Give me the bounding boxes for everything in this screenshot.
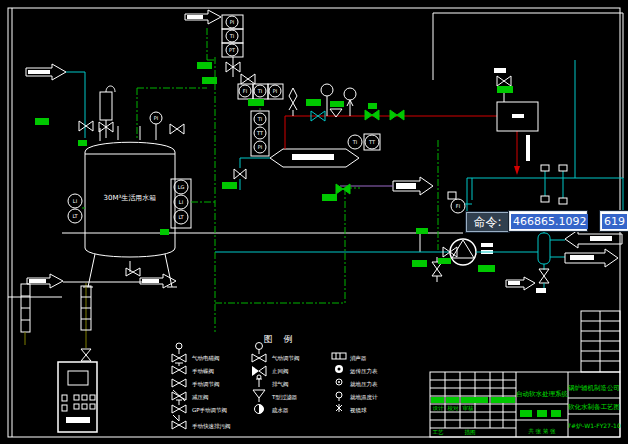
instrument-stack-top: PI TI PT <box>222 15 255 84</box>
legend-item: 手动快速排污阀 <box>192 423 231 430</box>
legend-item: GP手动调节阀 <box>192 407 227 414</box>
flow-arrow-return-left <box>565 230 622 248</box>
legend-item: 消声器 <box>350 355 367 362</box>
company-name: 锅炉辅机制造公司 <box>567 384 620 392</box>
flow-arrows <box>26 10 622 290</box>
pt-top: PT <box>229 47 236 53</box>
drawing-number: 7#炉-W1-FY27-10 <box>567 422 621 429</box>
ti-stack: TI <box>257 116 263 122</box>
lt-bubble: LT <box>72 213 78 219</box>
drawing-title: 软化水制备工艺图 <box>568 403 620 411</box>
title-block: 设计 校对 审核 工艺 描图 自动软水处理系统 共 张 第 张 锅炉辅机制造公司… <box>430 372 621 437</box>
command-input-main[interactable]: 466865.1092 <box>509 211 587 231</box>
steam-distribution-box <box>494 68 538 161</box>
legend-item: 手动蝶阀 <box>192 368 214 375</box>
control-cabinet <box>58 362 97 432</box>
legend-item: 止回阀 <box>272 368 289 375</box>
process-label: 工艺 <box>433 429 445 435</box>
command-input-main-value: 466865.1092 <box>511 214 588 229</box>
pi-stack: PI <box>258 144 263 150</box>
tt-hx: TT <box>368 139 376 145</box>
legend-symbols-col1 <box>172 343 186 429</box>
legend-symbols-col2 <box>252 343 266 414</box>
right-water-tank: FI <box>448 60 623 231</box>
cad-canvas[interactable]: 30M³生活用水箱 PI LI LT LG LI LT <box>0 0 628 444</box>
sheet-info: 共 张 第 张 <box>527 428 556 435</box>
legend-item: 疏水器 <box>272 407 289 414</box>
ti-top: TI <box>229 33 235 39</box>
trace-label: 描图 <box>465 429 476 436</box>
sign-label: 设计 <box>433 405 445 411</box>
ti-hx: TI <box>352 139 358 145</box>
legend-item: 视镜球 <box>350 407 367 414</box>
revision-grid <box>581 311 620 372</box>
level-instruments-left: LI LT <box>68 194 85 223</box>
flow-arrow-left-a <box>27 274 63 288</box>
legend-item: T型过滤器 <box>271 394 298 401</box>
legend-item: 手动调节阀 <box>192 381 220 388</box>
legend-title: 图 例 <box>264 334 297 344</box>
flow-arrow-inlet-top <box>26 64 66 80</box>
command-input-secondary[interactable]: 619 <box>600 211 628 231</box>
flow-arrow-top-mid <box>185 10 221 24</box>
steam-line <box>285 84 520 175</box>
pi-mid: PI <box>273 88 278 94</box>
ti-mid: TI <box>257 88 263 94</box>
dosing-pot <box>99 86 115 138</box>
chemical-dosing <box>21 283 91 361</box>
command-prompt-label: 命令: <box>473 214 501 231</box>
hx-temperature-instruments: TI TT <box>348 134 380 150</box>
sign-label: 校对 <box>447 405 460 411</box>
sign-label: 审核 <box>463 405 475 411</box>
legend-item: 排气阀 <box>272 381 289 388</box>
instrument-row-mid: FI TI PI TI TT PI <box>238 84 283 156</box>
fi-bubble: FI <box>456 203 460 209</box>
tank-pressure-gauge: PI <box>150 112 184 140</box>
command-prompt-box[interactable]: 命令: <box>466 212 509 232</box>
flow-arrow-mid-right <box>393 177 433 195</box>
inlet-line <box>66 72 93 138</box>
gauge-pi-label: PI <box>154 115 159 121</box>
flow-arrow-out-right <box>565 249 618 267</box>
legend-item: 减压阀 <box>192 394 209 401</box>
heat-exchanger <box>234 149 359 190</box>
legend-item: 就地温度计 <box>350 394 378 401</box>
li-bubble: LI <box>73 198 77 204</box>
li2-bubble: LI <box>179 199 183 205</box>
lg-bubble: LG <box>178 184 185 190</box>
legend-symbols-col3 <box>332 353 346 412</box>
legend: 图 例 气动电磁阀 手动蝶阀 手动调节阀 减压阀 GP手动调节阀 手动快速排污阀… <box>172 334 378 430</box>
fi-mid: FI <box>243 88 247 94</box>
command-input-secondary-value: 619 <box>602 214 627 229</box>
legend-item: 气动电磁阀 <box>192 355 220 362</box>
softener-column <box>536 226 565 293</box>
storage-tank: 30M³生活用水箱 <box>83 126 177 287</box>
tt-stack: TT <box>256 130 264 136</box>
lt2-bubble: LT <box>178 214 184 220</box>
flow-arrow-drain <box>506 277 535 290</box>
legend-item: 远传压力表 <box>350 368 378 374</box>
level-instruments-right: LG LI LT <box>171 179 215 228</box>
legend-item: 就地压力表 <box>350 381 378 387</box>
project-name: 自动软水处理系统 <box>516 390 569 398</box>
transfer-pump <box>215 239 538 282</box>
tank-label: 30M³生活用水箱 <box>104 194 157 202</box>
pi-top: PI <box>230 19 235 25</box>
legend-item: 气动调节阀 <box>272 355 300 362</box>
